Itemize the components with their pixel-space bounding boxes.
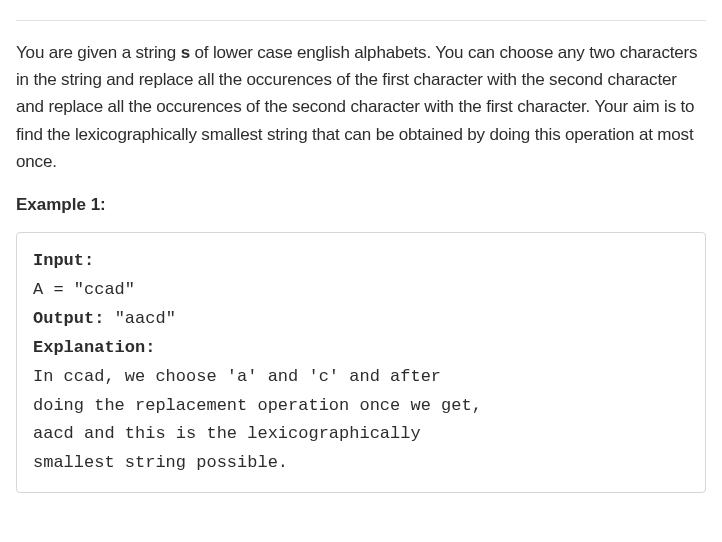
explanation-text: In ccad, we choose 'a' and 'c' and after… bbox=[33, 367, 492, 473]
desc-suffix: of lower case english alphabets. You can… bbox=[16, 43, 697, 171]
desc-var: s bbox=[181, 43, 190, 62]
input-label: Input: bbox=[33, 251, 94, 270]
problem-description: You are given a string s of lower case e… bbox=[16, 39, 706, 175]
input-value: A = "ccad" bbox=[33, 280, 135, 299]
desc-prefix: You are given a string bbox=[16, 43, 181, 62]
output-label: Output: bbox=[33, 309, 115, 328]
example-title: Example 1: bbox=[16, 191, 706, 218]
explanation-label: Explanation: bbox=[33, 338, 155, 357]
divider-top bbox=[16, 20, 706, 21]
example-code-block: Input: A = "ccad" Output: "aacd" Explana… bbox=[16, 232, 706, 493]
output-value: "aacd" bbox=[115, 309, 176, 328]
